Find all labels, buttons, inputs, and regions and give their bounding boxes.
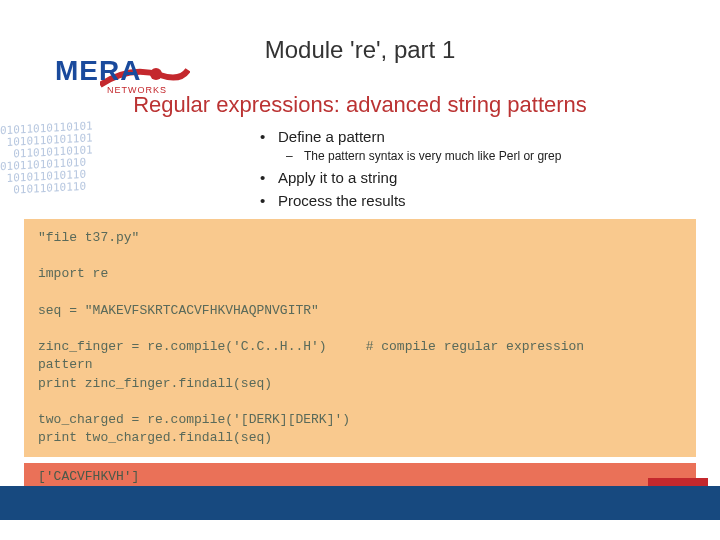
bullet-item: Apply it to a string: [260, 169, 720, 186]
footer-accent: [648, 478, 708, 486]
bullet-item: The pattern syntax is very much like Per…: [260, 149, 720, 163]
code-block: "file t37.py" import re seq = "MAKEVFSKR…: [24, 219, 696, 457]
slide-subtitle: Regular expressions: advanced string pat…: [0, 92, 720, 118]
bullet-list: Define a patternThe pattern syntax is ve…: [260, 128, 720, 209]
bullet-item: Process the results: [260, 192, 720, 209]
logo: MERA NETWORKS: [55, 55, 167, 95]
footer-bar: [0, 486, 720, 520]
bullet-item: Define a pattern: [260, 128, 720, 145]
logo-text: MERA: [55, 55, 167, 87]
